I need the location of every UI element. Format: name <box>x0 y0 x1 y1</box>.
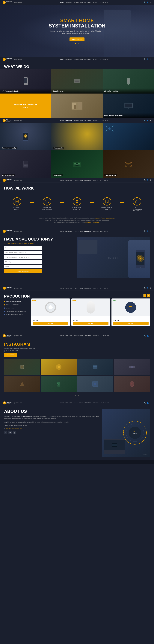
nav-about-hww[interactable]: ABOUT US <box>84 180 91 181</box>
nav-services-about[interactable]: SERVICES <box>66 402 72 404</box>
nav-about-prod[interactable]: ABOUT US <box>84 288 91 289</box>
nav-services-wwd[interactable]: SERVICES <box>66 59 72 60</box>
prod-item-1-buy-button[interactable]: BUY NOW <box>33 322 69 325</box>
linkedin-icon[interactable]: in <box>8 431 12 434</box>
nav-production-about[interactable]: PRODUCTION <box>74 402 83 404</box>
search-icon-wwd[interactable]: 🔍 <box>144 58 146 60</box>
ig-dot-3[interactable] <box>77 395 77 396</box>
nav-production-hww[interactable]: PRODUCTION <box>74 180 83 181</box>
instagram-icon[interactable]: ig <box>13 431 16 434</box>
ig-dot-4[interactable] <box>78 395 79 396</box>
prod-item-2-buy-button[interactable]: BUY NOW <box>73 322 108 325</box>
nav-home-q[interactable]: HOME <box>60 230 64 232</box>
search-icon-q[interactable]: 🔍 <box>144 230 146 232</box>
nav-production-prod[interactable]: PRODUCTION <box>74 288 83 289</box>
nav-production-ig[interactable]: PRODUCTION <box>74 335 83 336</box>
nav-delivery-wwd[interactable]: DELIVERY AND PAYMENT <box>93 59 109 60</box>
search-icon-srv[interactable]: 🔍 <box>144 120 146 122</box>
user-icon-wwd[interactable]: 👤 <box>147 58 149 60</box>
dot-1[interactable] <box>75 43 76 44</box>
nav-production[interactable]: PRODUCTION <box>74 2 83 3</box>
menu-icon-srv[interactable]: ☰ <box>150 120 151 122</box>
prod-cat-theater[interactable]: HOME THEATHER INSTALLATIONS <box>4 310 29 312</box>
menu-icon-hww[interactable]: ☰ <box>150 179 151 181</box>
nav-home-hww[interactable]: HOME <box>60 180 64 181</box>
menu-icon-prod[interactable]: ☰ <box>150 287 151 289</box>
user-icon-q[interactable]: 👤 <box>147 230 149 232</box>
facebook-icon[interactable]: f <box>4 431 7 434</box>
menu-icon-wwd[interactable]: ☰ <box>150 58 151 60</box>
menu-icon[interactable]: ☰ <box>150 2 151 3</box>
user-icon-hww[interactable]: 👤 <box>147 179 149 181</box>
nav-about-wwd[interactable]: ABOUT US <box>84 59 91 60</box>
prod-next-button[interactable]: › <box>147 294 150 297</box>
nav-services-prod[interactable]: SERVICES <box>66 288 72 289</box>
prod-prev-button[interactable]: ‹ <box>143 294 146 297</box>
phone-input[interactable] <box>4 265 42 268</box>
ig-dot-2[interactable] <box>75 395 76 396</box>
nav-home[interactable]: HOME <box>60 2 64 3</box>
nav-about-q[interactable]: ABOUT US <box>84 230 91 232</box>
nav-delivery-q[interactable]: DELIVERY AND PAYMENT <box>93 230 109 232</box>
nav-home-ig[interactable]: HOME <box>60 335 64 336</box>
instagram-subscribe-button[interactable]: SUBSCRIBE <box>4 353 17 357</box>
nav-services-hww[interactable]: SERVICES <box>66 180 72 181</box>
whatsapp-input[interactable] <box>4 260 42 264</box>
nav-production-wwd[interactable]: PRODUCTION <box>74 59 83 60</box>
search-icon-hww[interactable]: 🔍 <box>144 179 146 181</box>
search-icon[interactable]: 🔍 <box>144 2 146 3</box>
hero-read-more-button[interactable]: READ MORE <box>70 38 84 41</box>
direction-input[interactable] <box>4 251 42 254</box>
nav-home-about[interactable]: HOME <box>60 402 64 404</box>
nav-services-srv[interactable]: SERVICES <box>66 120 72 121</box>
prod-cat-air[interactable]: AIR PURIFIER INSTALLATION <box>4 313 29 316</box>
nav-about-srv[interactable]: ABOUT US <box>84 120 91 121</box>
nav-delivery-hww[interactable]: DELIVERY AND PAYMENT <box>93 180 109 181</box>
nav-home-wwd[interactable]: HOME <box>60 59 64 60</box>
user-icon-srv[interactable]: 👤 <box>147 120 149 122</box>
prod-cat-smart[interactable]: SMART HOME <box>4 307 29 309</box>
prod-cat-surge[interactable]: SURGE PROTECTION <box>4 304 29 306</box>
nav-services-ig[interactable]: SERVICES <box>66 335 72 336</box>
nav-services[interactable]: SERVICES <box>66 2 72 3</box>
prod-item-3-buy-button[interactable]: BUY NOW <box>113 322 149 325</box>
nav-delivery-about[interactable]: DELIVERY AND PAYMENT <box>93 402 109 404</box>
ig-dot-1[interactable] <box>74 395 75 396</box>
nav-delivery-srv[interactable]: DELIVERY AND PAYMENT <box>93 120 109 121</box>
menu-icon-about[interactable]: ☰ <box>150 402 151 404</box>
svg-point-45 <box>77 201 77 202</box>
user-icon[interactable]: 👤 <box>147 2 149 3</box>
nav-home-srv[interactable]: HOME <box>60 120 64 121</box>
nav-production-srv[interactable]: PRODUCTION <box>74 120 83 121</box>
nav-services-q[interactable]: SERVICES <box>66 230 72 232</box>
services-section: V Viewcom Solutions (407)308-4996 HOME S… <box>0 118 154 178</box>
dot-2[interactable] <box>77 43 77 44</box>
name-input[interactable] <box>4 246 42 250</box>
prod-cat-engineering[interactable]: ENGINEERING SERVICES <box>4 300 29 303</box>
nav-phone-hww: (407)308-4996 <box>14 180 22 181</box>
search-icon-ig[interactable]: 🔍 <box>144 335 146 337</box>
user-icon-prod[interactable]: 👤 <box>147 287 149 289</box>
svg-text:SMART: SMART <box>133 431 137 432</box>
search-icon-about[interactable]: 🔍 <box>144 402 146 404</box>
nav-delivery-prod[interactable]: DELIVERY AND PAYMENT <box>93 288 109 289</box>
ig-dot-5[interactable] <box>79 395 80 396</box>
brand-sub-about: Solutions <box>6 403 12 404</box>
payment-input[interactable] <box>4 256 42 259</box>
about-email-address[interactable]: office@viewcamsolutions.com <box>5 428 22 430</box>
menu-icon-ig[interactable]: ☰ <box>150 335 151 337</box>
user-icon-ig[interactable]: 👤 <box>147 335 149 337</box>
dot-3[interactable] <box>78 43 79 44</box>
search-icon-prod[interactable]: 🔍 <box>144 287 146 289</box>
menu-icon-q[interactable]: ☰ <box>150 230 151 232</box>
nav-home-prod[interactable]: HOME <box>60 288 64 289</box>
nav-about-ig[interactable]: ABOUT US <box>84 335 91 336</box>
nav-about[interactable]: ABOUT US <box>84 2 91 3</box>
user-icon-about[interactable]: 👤 <box>147 402 149 404</box>
send-request-button[interactable]: SEND REQUEST <box>4 269 42 273</box>
nav-links-ig: HOME SERVICES PRODUCTION ABOUT US DELIVE… <box>25 335 144 336</box>
nav-delivery[interactable]: DELIVERY AND PAYMENT <box>93 2 109 3</box>
nav-about-about[interactable]: ABOUT US <box>84 402 91 404</box>
nav-delivery-ig[interactable]: DELIVERY AND PAYMENT <box>93 335 109 336</box>
nav-production-q[interactable]: PRODUCTION <box>74 230 83 232</box>
